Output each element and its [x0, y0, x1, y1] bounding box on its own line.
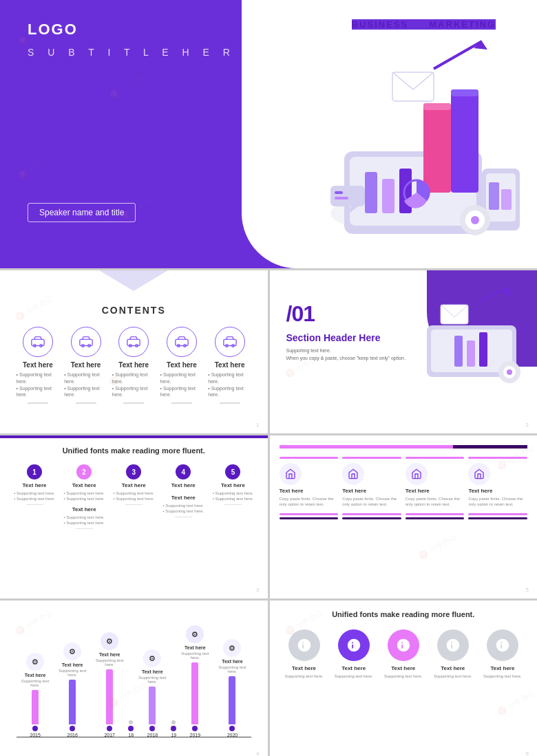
tl-item-2018: ⚙ Text here Supporting text here. 2018 [134, 649, 171, 737]
card-bar-dark-2 [342, 517, 401, 519]
step-label-5: Text here [221, 482, 245, 488]
speaker-button[interactable]: Speaker name and title [28, 203, 136, 222]
logo: LOGO [28, 21, 78, 39]
content-label-1: Text here [23, 361, 53, 369]
tl-label-2015: Text here [25, 673, 46, 678]
step-num-4: 4 [176, 464, 191, 479]
svg-rect-16 [392, 72, 434, 101]
slide-cards: ♈ 小牛办公 ♈ 小牛办公 Text here Copy paste fonts… [270, 435, 538, 598]
tl-year-2015: 2015 [30, 733, 41, 737]
section-illustration [413, 284, 530, 387]
circle-label-3: Text here [391, 665, 415, 671]
step-num-1: 1 [27, 464, 42, 479]
tl-dot-2016 [70, 726, 75, 731]
content-sub-2a: • Supporting text here. [64, 371, 107, 385]
tl-item-2016: ⚙ Text here Supporting text here. 2016 [54, 642, 91, 737]
card-2: Text here Copy paste fonts. Choose the o… [342, 453, 401, 519]
card-bar-top-2 [342, 457, 401, 459]
tl-year-2016: 2016 [67, 733, 78, 737]
circle-sub-2: Supporting text here. [335, 673, 373, 679]
tl-label-2018: Text here [142, 669, 163, 674]
section-number: /01 [286, 301, 315, 327]
step-2: 2 Text here • Supporting text here.• Sup… [62, 464, 107, 531]
step-label-4: Text here [171, 482, 196, 488]
slide-circles: ♈ 小牛办公 ♈ 小牛办公 Unified fonts make reading… [270, 601, 538, 756]
svg-rect-12 [451, 89, 478, 193]
circle-item-5: Text here Supporting text here. [480, 629, 525, 679]
timeline-items: ⚙ Text here Supporting text here. 2015 ⚙… [17, 625, 251, 751]
circle-item-2: Text here Supporting text here. [331, 629, 376, 679]
tl-dot-2017 [107, 726, 112, 731]
section-sub: Supporting text here. When you copy & pa… [286, 347, 406, 362]
svg-rect-8 [489, 182, 499, 210]
step-num-2: 2 [76, 464, 92, 479]
tl-bar-2017 [106, 669, 113, 724]
tl-year-2020: 2020 [227, 733, 238, 737]
circle-icon-4 [437, 629, 469, 661]
tl-icon-2019: ⚙ [186, 625, 204, 643]
step-label-3: Text here [122, 482, 146, 488]
card-4: Text here Copy paste fonts. Choose the o… [468, 453, 527, 519]
tl-icon-2017: ⚙ [101, 632, 118, 650]
circle-sub-4: Supporting text here. [434, 673, 472, 679]
step-label-1: Text here [23, 482, 47, 488]
step-sub-2: • Supporting text here.• Supporting text… [63, 490, 104, 502]
tl-sub-2016: Supporting text here. [54, 669, 91, 677]
cards-row: Text here Copy paste fonts. Choose the o… [280, 453, 528, 519]
step-3: 3 Text here • Supporting text here.• Sup… [112, 464, 156, 507]
circle-item-4: Text here Supporting text here. [430, 629, 475, 679]
contents-title: CONTENTS [14, 305, 254, 316]
content-sub-3b: • Supporting text here. [112, 385, 156, 399]
card-text-3: Copy paste fonts. Choose the only option… [406, 496, 465, 508]
top-accent [0, 435, 268, 438]
card-text-1: Copy paste fonts. Choose the only option… [280, 496, 339, 508]
circle-sub-3: Supporting text here. [384, 673, 423, 679]
card-bar-bottom-4 [468, 513, 527, 515]
top-bar-gradient [280, 445, 528, 449]
slide-grid: ♈ 小牛办公 ♈ 小牛办公 ♈ 小牛办公 ♈ 小牛办公 LOGO S U B T… [0, 0, 537, 756]
circles-title: Unified fonts make reading more fluent. [280, 610, 528, 618]
circles-row: Text here Supporting text here. Text her… [280, 629, 528, 679]
card-3: Text here Copy paste fonts. Choose the o… [406, 453, 465, 519]
contents-icons: Text here • Supporting text here. • Supp… [14, 327, 254, 404]
tl-label-2016: Text here [62, 662, 83, 667]
page-num-5: 5 [526, 587, 529, 593]
card-icon-3 [406, 463, 428, 485]
card-bar-bottom-3 [406, 513, 465, 515]
card-title-2: Text here [342, 488, 366, 494]
svg-line-14 [434, 41, 482, 69]
svg-rect-9 [501, 189, 512, 210]
card-bar-dark-4 [468, 517, 527, 519]
card-icon-4 [468, 463, 490, 485]
tl-label-2019: Text here [185, 645, 206, 650]
circle-label-2: Text here [341, 665, 366, 671]
card-title-3: Text here [406, 488, 430, 494]
svg-line-45 [478, 288, 509, 301]
card-icon-2 [342, 463, 364, 485]
card-icon-1 [280, 463, 302, 485]
tl-item-2020: ⚙ Text here Supporting text here. 2020 [213, 639, 251, 737]
card-bar-dark-3 [406, 517, 465, 519]
tl-dot-2018 [149, 726, 155, 731]
card-bar-top-3 [406, 457, 465, 459]
content-item-5: Text here • Supporting text here. • Supp… [208, 327, 251, 404]
svg-rect-43 [467, 341, 475, 367]
content-sub-1b: • Supporting text here. [16, 385, 59, 399]
content-label-4: Text here [167, 361, 197, 369]
circle-item-3: Text here Supporting text here. [381, 629, 425, 679]
timeline-container: ⚙ Text here Supporting text here. 2015 ⚙… [10, 610, 258, 756]
card-1: Text here Copy paste fonts. Choose the o… [280, 453, 339, 519]
svg-rect-20 [330, 186, 365, 206]
slide-title: ♈ 小牛办公 ♈ 小牛办公 ♈ 小牛办公 ♈ 小牛办公 LOGO S U B T… [0, 0, 537, 268]
section-title: Section Header Here [286, 332, 381, 343]
page-num-4: 3 [256, 587, 259, 593]
icon-car-5 [215, 327, 245, 357]
page-num-2: 1 [256, 422, 259, 428]
svg-rect-22 [335, 191, 343, 194]
content-item-1: Text here • Supporting text here. • Supp… [16, 327, 59, 404]
tl-year-2017: 2017 [104, 733, 115, 737]
tl-item-2019: ⚙ Text here Supporting text here. 2019 [176, 625, 213, 737]
slide-contents: ♈ 小牛办公 ♈ 小牛办公 CONTENTS Text here • Suppo… [0, 270, 268, 433]
content-item-2: Text here • Supporting text here. • Supp… [64, 327, 107, 404]
tl-dot-2020 [229, 726, 235, 731]
